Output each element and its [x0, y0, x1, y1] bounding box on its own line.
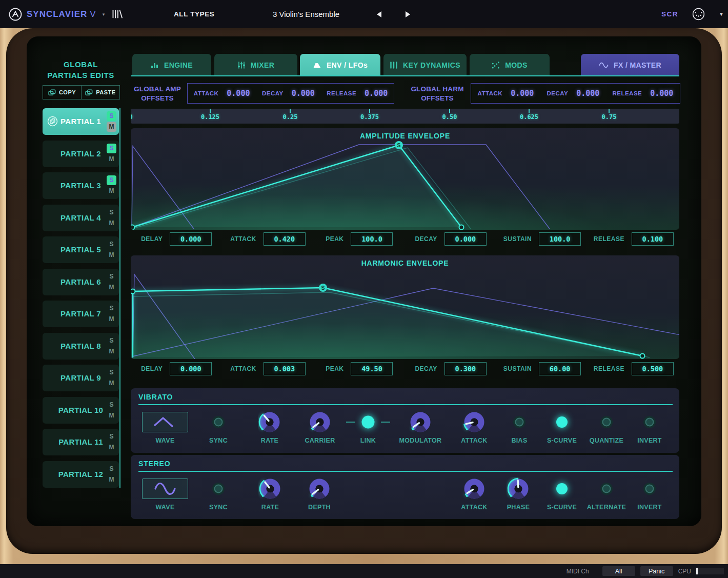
stereo-depth-control[interactable] — [308, 475, 331, 502]
vibrato-wave-control[interactable] — [142, 409, 188, 435]
env-value-box[interactable]: 60.00 — [539, 362, 581, 375]
vibrato-rate-control[interactable] — [258, 409, 281, 435]
solo-button[interactable]: S — [107, 400, 116, 410]
mute-button[interactable]: M — [107, 122, 116, 132]
stereo-attack-control[interactable] — [462, 475, 486, 502]
solo-button[interactable]: S — [107, 175, 116, 185]
solo-button[interactable]: S — [107, 272, 116, 282]
vibrato-s-curve-control[interactable] — [554, 409, 570, 435]
tab-key-dynamics[interactable]: KEY DYNAMICS — [383, 54, 467, 76]
tab-mixer[interactable]: MIXER — [214, 54, 297, 76]
mute-button[interactable]: M — [107, 218, 116, 228]
offset-value[interactable]: 0.000 — [365, 89, 388, 98]
sidebar-item-partial-10[interactable]: PARTIAL 10SM — [43, 397, 119, 424]
vibrato-sync-control[interactable] — [211, 409, 226, 435]
solo-button[interactable]: S — [107, 368, 116, 377]
env-value-box[interactable]: 0.500 — [632, 362, 674, 375]
panic-button[interactable]: Panic — [640, 566, 673, 576]
env-value-box[interactable]: 0.000 — [170, 362, 212, 375]
env-value-box[interactable]: 0.420 — [264, 232, 306, 246]
env-value-box[interactable]: 0.000 — [170, 232, 212, 246]
env-value-box[interactable]: 100.0 — [351, 232, 393, 246]
mute-button[interactable]: M — [107, 283, 116, 292]
sidebar-item-partial-4[interactable]: PARTIAL 4SM — [43, 205, 119, 231]
mute-button[interactable]: M — [107, 186, 116, 196]
vibrato-invert-control[interactable] — [642, 409, 657, 435]
solo-button[interactable]: S — [107, 144, 116, 153]
env-value-box[interactable]: 0.000 — [444, 232, 487, 246]
midi-icon[interactable] — [692, 0, 705, 28]
env-value-box[interactable]: 100.0 — [539, 232, 581, 246]
stereo-phase-control[interactable] — [507, 475, 530, 502]
sidebar-item-partial-7[interactable]: PARTIAL 7SM — [43, 301, 119, 327]
preset-filter-button[interactable]: ALL TYPES — [174, 0, 214, 28]
mute-button[interactable]: M — [107, 250, 116, 260]
triangle-wave-icon[interactable] — [142, 412, 188, 432]
mute-button[interactable]: M — [107, 347, 116, 356]
harmonic-envelope-graph[interactable]: S — [131, 255, 679, 359]
env-value-box[interactable]: 0.003 — [264, 362, 306, 375]
solo-button[interactable]: S — [107, 464, 116, 474]
stereo-rate-control[interactable] — [258, 475, 282, 502]
preset-browser-icon[interactable] — [112, 0, 123, 28]
env-value-box[interactable]: 49.50 — [351, 362, 393, 375]
solo-button[interactable]: S — [107, 240, 116, 249]
offset-value[interactable]: 0.000 — [511, 89, 534, 98]
sidebar-item-partial-12[interactable]: PARTIAL 12SM — [43, 461, 119, 488]
sidebar-item-partial-1[interactable]: PARTIAL 1SM — [43, 108, 119, 135]
previous-preset-button[interactable] — [376, 0, 382, 28]
mute-button[interactable]: M — [107, 154, 116, 164]
sidebar-item-partial-6[interactable]: PARTIAL 6SM — [43, 269, 119, 295]
topbar-chevron-down-icon[interactable]: ▼ — [719, 0, 724, 28]
sidebar-item-partial-11[interactable]: PARTIAL 11SM — [43, 429, 119, 455]
sidebar-item-partial-8[interactable]: PARTIAL 8SM — [43, 333, 119, 360]
mute-button[interactable]: M — [107, 314, 116, 324]
stereo-s-curve-control[interactable] — [554, 475, 570, 502]
solo-button[interactable]: S — [107, 111, 116, 121]
solo-button[interactable]: S — [107, 336, 116, 346]
offset-value[interactable]: 0.000 — [227, 89, 250, 98]
mute-button[interactable]: M — [107, 443, 116, 452]
midi-channel-all-button[interactable]: All — [602, 566, 635, 576]
vibrato-bias-control[interactable] — [512, 409, 527, 435]
sine-wave-icon[interactable] — [142, 479, 188, 499]
tab-env-lfos[interactable]: ENV / LFOs — [300, 54, 380, 76]
vibrato-attack-control[interactable] — [462, 409, 486, 435]
ruler-tick — [210, 109, 211, 113]
copy-button[interactable]: COPY — [43, 86, 81, 99]
sidebar-item-partial-5[interactable]: PARTIAL 5SM — [43, 236, 119, 263]
offset-value[interactable]: 0.000 — [576, 89, 599, 98]
vibrato-quantize-control[interactable] — [599, 409, 614, 435]
solo-button[interactable]: S — [107, 432, 116, 442]
mute-button[interactable]: M — [107, 475, 116, 485]
env-value-box[interactable]: 0.100 — [632, 232, 674, 246]
sidebar-item-partial-9[interactable]: PARTIAL 9SM — [43, 365, 119, 391]
sidebar-item-partial-3[interactable]: PARTIAL 3SM — [43, 172, 119, 199]
mute-button[interactable]: M — [107, 411, 116, 421]
env-value: 0.300 — [455, 365, 476, 373]
amplitude-envelope-graph[interactable]: S — [131, 128, 679, 230]
stereo-invert-control[interactable] — [642, 475, 657, 502]
chevron-down-icon[interactable]: ▾ — [103, 12, 105, 17]
tab-mods[interactable]: MODS — [470, 54, 550, 76]
next-preset-button[interactable] — [405, 0, 411, 28]
scr-button[interactable]: SCR — [661, 0, 678, 28]
stereo-wave-control[interactable] — [142, 475, 188, 502]
offset-value[interactable]: 0.000 — [650, 89, 673, 98]
vibrato-carrier-control[interactable] — [308, 409, 332, 435]
sidebar-item-partial-2[interactable]: PARTIAL 2SM — [43, 141, 119, 167]
solo-button[interactable]: S — [107, 304, 116, 313]
stereo-alternate-control[interactable] — [599, 475, 614, 502]
tab-engine[interactable]: ENGINE — [132, 54, 211, 76]
paste-button[interactable]: PASTE — [81, 86, 119, 99]
tab-fx-master[interactable]: FX / MASTER — [581, 54, 679, 76]
vibrato-modulator-control[interactable] — [409, 409, 432, 435]
preset-name[interactable]: 3 Violin's Ensemble — [273, 0, 339, 28]
vibrato-link-control[interactable] — [342, 409, 394, 435]
env-value-box[interactable]: 0.300 — [444, 362, 487, 375]
stereo-sync-control[interactable] — [211, 475, 226, 502]
global-amp-offsets-title: GLOBAL AMP OFFSETS — [129, 85, 186, 103]
offset-value[interactable]: 0.000 — [292, 89, 315, 98]
solo-button[interactable]: S — [107, 208, 116, 217]
mute-button[interactable]: M — [107, 378, 116, 388]
